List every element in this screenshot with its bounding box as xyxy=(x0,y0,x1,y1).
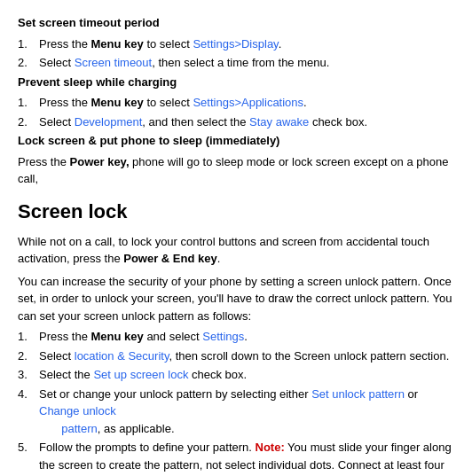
list-item: 2. Select Screen timeout, then select a … xyxy=(18,54,454,72)
set-up-screen-lock-link[interactable]: Set up screen lock xyxy=(93,368,188,381)
lock-screen-body: Press the Power key, phone will go to sl… xyxy=(18,153,454,188)
note-label: Note: xyxy=(256,441,285,454)
list-item-text: Press the Menu key and select Settings. xyxy=(39,328,248,346)
list-item: 4. Set or change your unlock pattern by … xyxy=(18,386,454,438)
list-item: 2. Select location & Security, then scro… xyxy=(18,347,454,365)
menu-key-bold: Menu key xyxy=(91,330,144,343)
change-unlock-pattern-link[interactable]: Change unlock pattern xyxy=(39,404,116,435)
list-number: 2. xyxy=(18,347,39,365)
list-item-text: Select Development, and then select the … xyxy=(39,113,367,131)
menu-key-bold: Menu key xyxy=(91,37,144,51)
screen-lock-steps-list: 1. Press the Menu key and select Setting… xyxy=(18,328,454,476)
prevent-sleep-list: 1. Press the Menu key to select Settings… xyxy=(18,94,454,130)
list-number: 1. xyxy=(18,35,39,53)
list-item-text: Set or change your unlock pattern by sel… xyxy=(39,386,454,438)
list-number: 2. xyxy=(18,113,39,131)
list-number: 4. xyxy=(18,386,39,438)
list-number: 3. xyxy=(18,366,39,384)
stay-awake-link[interactable]: Stay awake xyxy=(249,115,309,129)
list-item: 1. Press the Menu key to select Settings… xyxy=(18,94,454,112)
list-number: 5. xyxy=(18,439,39,476)
screen-lock-main-heading: Screen lock xyxy=(18,197,454,226)
prevent-sleep-heading: Prevent sleep while charging xyxy=(18,74,454,91)
list-item: 1. Press the Menu key and select Setting… xyxy=(18,328,454,346)
list-item-text: Select the Set up screen lock check box. xyxy=(39,366,247,384)
list-item-text: Press the Menu key to select Settings>Ap… xyxy=(39,94,307,112)
list-number: 2. xyxy=(18,54,39,72)
list-number: 1. xyxy=(18,328,39,346)
power-key-bold: Power key, xyxy=(70,155,130,168)
screen-timeout-link[interactable]: Screen timeout xyxy=(75,56,152,69)
list-item-text: Select location & Security, then scroll … xyxy=(39,347,449,365)
development-link[interactable]: Development xyxy=(75,115,143,129)
list-item: 1. Press the Menu key to select Settings… xyxy=(18,35,454,53)
list-item: 5. Follow the prompts to define your pat… xyxy=(18,439,454,476)
set-timeout-list: 1. Press the Menu key to select Settings… xyxy=(18,35,454,72)
list-item-text: Follow the prompts to define your patter… xyxy=(39,439,454,476)
menu-key-bold: Menu key xyxy=(91,96,144,109)
power-end-key-bold: Power & End key xyxy=(123,252,216,265)
list-item-text: Select Screen timeout, then select a tim… xyxy=(39,54,329,72)
list-item-text: Press the Menu key to select Settings>Di… xyxy=(39,35,281,53)
lock-screen-heading: Lock screen & put phone to sleep (immedi… xyxy=(18,132,454,150)
screen-lock-para1: While not on a call, to lock your contro… xyxy=(18,233,454,268)
set-timeout-heading: Set screen timeout period xyxy=(18,14,454,32)
list-item: 3. Select the Set up screen lock check b… xyxy=(18,366,454,384)
set-unlock-pattern-link[interactable]: Set unlock pattern xyxy=(311,387,405,401)
list-number: 1. xyxy=(18,94,39,112)
location-security-link[interactable]: location & Security xyxy=(75,349,169,363)
settings-link[interactable]: Settings xyxy=(202,330,244,343)
settings-applications-link[interactable]: Settings>Applications xyxy=(193,96,303,109)
settings-display-link[interactable]: Settings>Display xyxy=(193,37,278,51)
screen-lock-para2: You can increase the security of your ph… xyxy=(18,273,454,325)
list-item: 2. Select Development, and then select t… xyxy=(18,113,454,131)
